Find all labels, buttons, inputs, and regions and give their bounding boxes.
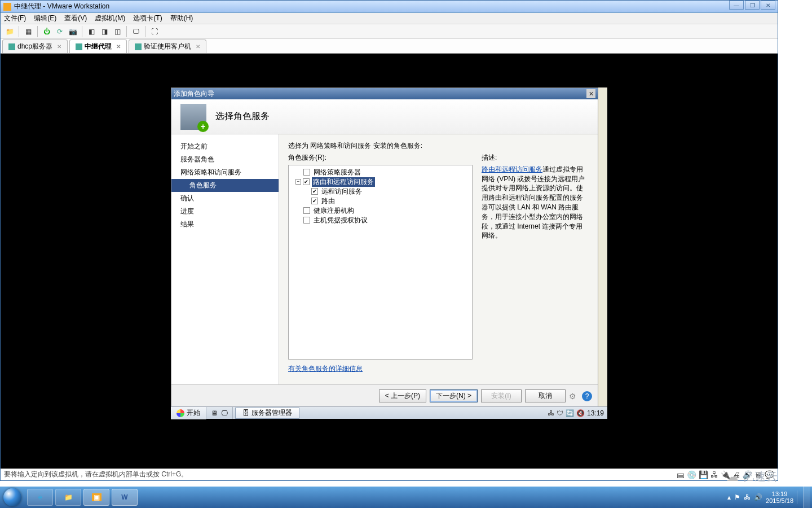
nav-confirm[interactable]: 确认 <box>171 192 279 205</box>
console-icon[interactable]: 🖵 <box>130 26 142 37</box>
monitor-icon <box>135 43 142 50</box>
menu-file[interactable]: 文件(F) <box>4 14 26 23</box>
guest-start-button[interactable]: 开始 <box>171 407 206 419</box>
checkbox[interactable] <box>303 169 310 176</box>
menubar[interactable]: 文件(F) 编辑(E) 查看(V) 虚拟机(M) 选项卡(T) 帮助(H) <box>1 13 778 24</box>
fullscreen-icon[interactable]: ⛶ <box>149 26 160 37</box>
host-clock[interactable]: 13:19 2015/5/18 <box>766 491 797 504</box>
tree-item-hra[interactable]: 健康注册机构 <box>291 206 470 215</box>
description-heading: 描述: <box>482 153 589 163</box>
split-left-icon[interactable]: ◧ <box>86 26 97 37</box>
close-icon[interactable]: ✕ <box>57 43 61 50</box>
vm-viewport[interactable]: 添加角色向导 ✕ 选择角色服务 开始之前 服务器角色 网络策略和访问服务 角色服… <box>1 54 778 468</box>
menu-edit[interactable]: 编辑(E) <box>34 14 56 23</box>
desc-link[interactable]: 路由和远程访问服务 <box>482 165 542 173</box>
server-manager-icon[interactable]: 🖥 <box>211 409 218 417</box>
status-disk-icon[interactable]: 🖴 <box>677 470 685 479</box>
status-usb-icon[interactable]: 🔌 <box>721 470 730 479</box>
nav-server-roles[interactable]: 服务器角色 <box>171 153 279 166</box>
tray-up-icon[interactable]: ▴ <box>727 493 731 501</box>
tree-item-remote-access[interactable]: 远程访问服务 <box>291 187 470 196</box>
tree-item-rras[interactable]: − 路由和远程访问服务 <box>291 177 470 186</box>
desc-text: 通过虚拟专用网络 (VPN) 或拨号连接为远程用户提供对专用网络上资源的访问。使… <box>482 165 585 240</box>
max-button[interactable]: ❐ <box>745 1 760 10</box>
checkbox[interactable] <box>303 178 310 185</box>
tab-dhcp[interactable]: dhcp服务器 ✕ <box>2 40 68 53</box>
tray-flag-icon[interactable]: ⚑ <box>734 493 740 501</box>
next-button[interactable]: 下一步(N) > <box>430 389 478 402</box>
nav-progress[interactable]: 进度 <box>171 205 279 218</box>
task-ie[interactable]: e <box>27 489 53 506</box>
snapshot-icon[interactable]: 📷 <box>67 26 78 37</box>
task-vmware[interactable]: ▣ <box>83 489 109 506</box>
power-on-icon[interactable]: ⏻ <box>41 26 52 37</box>
host-system-tray: ▴ ⚑ 🖧 🔊 13:19 2015/5/18 <box>727 487 812 508</box>
role-services-tree[interactable]: 网络策略服务器 − 路由和远程访问服务 远程 <box>288 165 473 360</box>
status-floppy-icon[interactable]: 💾 <box>699 470 708 479</box>
tray-volume-icon[interactable]: 🔊 <box>754 493 762 501</box>
tab-relay-agent[interactable]: 中继代理 ✕ <box>69 40 127 53</box>
nav-role-services[interactable]: 角色服务 <box>171 179 279 192</box>
show-desktop-button[interactable] <box>803 487 810 508</box>
menu-vm[interactable]: 虚拟机(M) <box>95 14 125 23</box>
unity-icon[interactable]: ◫ <box>112 26 123 37</box>
close-button[interactable]: ✕ <box>761 1 775 10</box>
close-icon[interactable]: ✕ <box>116 43 121 50</box>
settings-icon[interactable]: ⚙ <box>569 392 576 401</box>
vmware-window: 中继代理 - VMware Workstation — ❐ ✕ 文件(F) 编辑… <box>0 0 778 481</box>
status-cd-icon[interactable]: 💿 <box>687 470 696 479</box>
checkbox[interactable] <box>303 217 310 224</box>
task-server-manager[interactable]: 🗄 服务器管理器 <box>235 408 299 419</box>
monitor-icon <box>76 43 82 50</box>
tb-thumbnails-icon[interactable]: ▦ <box>23 26 34 37</box>
more-info-link[interactable]: 有关角色服务的详细信息 <box>288 365 363 373</box>
status-message-icon[interactable]: 💬 <box>765 470 774 479</box>
prev-button[interactable]: < 上一步(P) <box>379 389 426 402</box>
guest-desktop[interactable]: 添加角色向导 ✕ 选择角色服务 开始之前 服务器角色 网络策略和访问服务 角色服… <box>171 87 607 418</box>
server-add-icon <box>180 104 206 130</box>
tray-shield-icon[interactable]: 🛡 <box>557 409 563 417</box>
tab-label: 中继代理 <box>85 42 112 51</box>
collapse-icon[interactable]: − <box>295 179 301 185</box>
checkbox[interactable] <box>311 188 318 195</box>
menu-help[interactable]: 帮助(H) <box>170 14 193 23</box>
description-panel: 描述: 路由和远程访问服务通过虚拟专用网络 (VPN) 或拨号连接为远程用户提供… <box>482 153 589 378</box>
nav-nps[interactable]: 网络策略和访问服务 <box>171 166 279 179</box>
min-button[interactable]: — <box>729 1 744 10</box>
guest-clock[interactable]: 13:19 <box>587 409 604 417</box>
vmware-titlebar[interactable]: 中继代理 - VMware Workstation — ❐ ✕ <box>1 1 778 13</box>
checkbox[interactable] <box>303 207 310 214</box>
menu-tabs[interactable]: 选项卡(T) <box>133 14 162 23</box>
status-sound-icon[interactable]: 🔊 <box>743 470 752 479</box>
tree-item-nps[interactable]: 网络策略服务器 <box>291 168 470 177</box>
tb-library-icon[interactable]: 📁 <box>4 26 15 37</box>
status-printer-icon[interactable]: 🖨 <box>732 470 740 479</box>
tray-network-icon[interactable]: 🖧 <box>548 409 554 417</box>
menu-view[interactable]: 查看(V) <box>64 14 87 23</box>
tray-updates-icon[interactable]: 🔄 <box>566 409 574 417</box>
wizard-titlebar[interactable]: 添加角色向导 ✕ <box>171 88 598 99</box>
tab-verify-client[interactable]: 验证使用客户机 ✕ <box>129 40 206 53</box>
host-start-button[interactable] <box>3 488 21 506</box>
windows-orb-icon <box>176 409 184 417</box>
tray-sound-off-icon[interactable]: 🔇 <box>576 409 585 417</box>
wizard-prompt: 选择为 网络策略和访问服务 安装的角色服务: <box>288 141 589 151</box>
checkbox[interactable] <box>311 198 318 204</box>
task-explorer[interactable]: 📁 <box>55 489 81 506</box>
tree-item-hcap[interactable]: 主机凭据授权协议 <box>291 216 470 225</box>
explorer-icon[interactable]: 🖵 <box>221 409 228 417</box>
wizard-close-button[interactable]: ✕ <box>586 89 595 98</box>
host-taskbar: e 📁 ▣ W ▴ ⚑ 🖧 🔊 13:19 2015/5/18 <box>0 487 812 508</box>
nav-results[interactable]: 结果 <box>171 218 279 231</box>
status-network-icon[interactable]: 🖧 <box>710 470 718 479</box>
task-word[interactable]: W <box>112 489 138 506</box>
cancel-button[interactable]: 取消 <box>525 389 566 402</box>
status-display-icon[interactable]: 🖥 <box>754 470 762 479</box>
help-icon[interactable]: ? <box>582 391 592 401</box>
tree-item-routing[interactable]: 路由 <box>291 196 470 205</box>
nav-before-begin[interactable]: 开始之前 <box>171 140 279 153</box>
suspend-icon[interactable]: ⟳ <box>54 26 65 37</box>
split-right-icon[interactable]: ◨ <box>99 26 110 37</box>
close-icon[interactable]: ✕ <box>196 43 200 50</box>
tray-network-icon[interactable]: 🖧 <box>744 493 751 501</box>
